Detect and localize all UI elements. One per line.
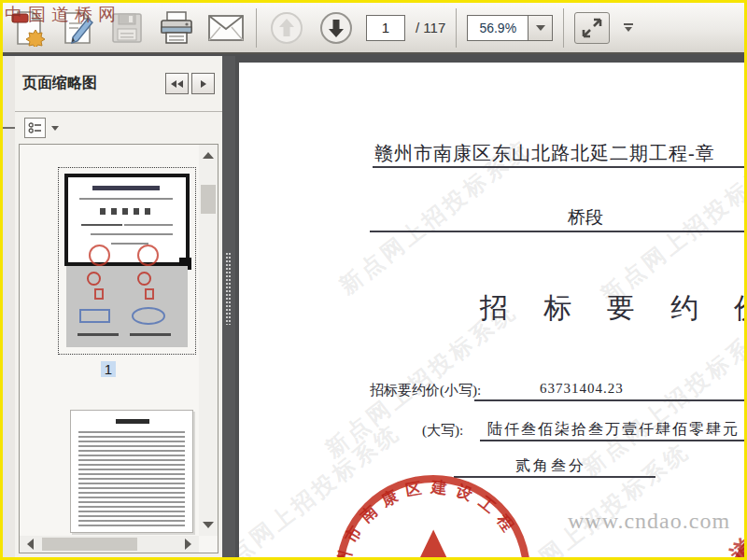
document-title-line1: 赣州市南康区东山北路北延二期工程-章: [374, 141, 715, 166]
fit-window-button[interactable]: [574, 12, 610, 44]
chevron-down-icon: [536, 25, 545, 31]
right-arrow-icon: [201, 80, 206, 88]
thumbnail-page-2[interactable]: [70, 410, 193, 533]
horizontal-scroll-thumb[interactable]: [42, 538, 137, 551]
chevron-down-icon[interactable]: [51, 126, 59, 131]
email-icon[interactable]: [206, 8, 246, 48]
thumbnails-panel-title: 页面缩略图: [22, 74, 162, 93]
double-left-arrow-icon: [177, 80, 183, 88]
double-left-arrow-icon: [171, 80, 176, 88]
sidebar-header: 页面缩略图: [15, 56, 222, 112]
pdf-viewer-window: / 117 56.9% 页面缩略图: [3, 3, 744, 557]
thumbnail-list: 1: [19, 144, 218, 553]
thumbnail-lower-region: [66, 266, 188, 347]
toolbar-separator: [256, 8, 257, 48]
overflow-bar-icon: [624, 23, 633, 25]
document-page[interactable]: 新点网上招投标系统 新点网上招投标系统 新点网上招投标系统 新点网上招投标系统 …: [239, 63, 744, 557]
envelope-icon: [207, 14, 245, 42]
mini-text-lines: [78, 431, 185, 528]
print-icon[interactable]: [157, 8, 196, 48]
scroll-left-icon[interactable]: [27, 539, 34, 550]
vertical-scrollbar[interactable]: [199, 145, 218, 536]
page-number-input[interactable]: [366, 15, 405, 41]
offer-price-label: 招标要约价(小写):: [370, 382, 481, 399]
circle-down-arrow-icon: [318, 10, 354, 46]
underline: [373, 166, 744, 168]
page-number-label: 1: [20, 361, 197, 377]
top-left-watermark: 中国道桥网: [5, 3, 121, 27]
thumbnail-page-1[interactable]: [58, 167, 196, 355]
document-heading: 招标要约价: [480, 289, 744, 328]
sidebar-splitter[interactable]: [222, 56, 235, 557]
capital-amount-label: (大写):: [422, 422, 463, 440]
panel-collapse-handle[interactable]: [3, 127, 15, 129]
offer-price-value: 63731404.23: [540, 381, 624, 397]
resize-arrows-icon: [581, 17, 603, 39]
toolbar-overflow-button[interactable]: [620, 20, 637, 35]
document-title-line2: 桥段: [568, 205, 603, 230]
scroll-right-icon[interactable]: [185, 539, 191, 550]
underline: [480, 440, 744, 441]
zoom-control: 56.9%: [467, 15, 553, 41]
thumbnails-sidebar: 页面缩略图: [15, 56, 222, 557]
horizontal-scrollbar[interactable]: [20, 536, 199, 553]
chevron-down-icon: [625, 27, 632, 32]
underline: [474, 399, 744, 401]
toolbar-separator: [563, 8, 564, 48]
content-area: 页面缩略图: [3, 56, 744, 557]
splitter-grip: [226, 252, 232, 325]
zoom-level-value[interactable]: 56.9%: [467, 15, 529, 41]
underline: [370, 231, 744, 232]
thumbnail-options-button[interactable]: [24, 118, 46, 138]
page-count-label: / 117: [416, 20, 445, 35]
toolbar-separator: [456, 8, 457, 48]
next-page-button[interactable]: [317, 8, 356, 48]
list-options-icon: [28, 121, 42, 134]
previous-page-button[interactable]: [267, 8, 306, 48]
scroll-up-icon[interactable]: [203, 152, 214, 159]
zoom-dropdown-button[interactable]: [529, 15, 553, 41]
circle-up-arrow-icon: [269, 10, 304, 46]
document-area: 新点网上招投标系统 新点网上招投标系统 新点网上招投标系统 新点网上招投标系统 …: [235, 56, 744, 557]
mini-title-line: [116, 419, 149, 424]
site-watermark: www.cndao.com: [568, 509, 730, 534]
panel-gutter: [3, 56, 15, 557]
collapse-panel-button[interactable]: [165, 73, 189, 94]
printer-icon: [158, 10, 195, 46]
capital-amount-value: 陆仟叁佰柒拾叁万壹仟肆佰零肆元: [487, 420, 740, 440]
current-view-rectangle[interactable]: [64, 174, 190, 266]
scroll-down-icon[interactable]: [203, 522, 214, 528]
expand-panel-button[interactable]: [191, 73, 215, 94]
official-seal: 赣州市南康区建设工程: [321, 471, 545, 557]
vertical-scroll-thumb[interactable]: [201, 185, 216, 214]
thumbnail-page-image: [64, 172, 190, 349]
thumbnail-options-row: [15, 112, 222, 144]
